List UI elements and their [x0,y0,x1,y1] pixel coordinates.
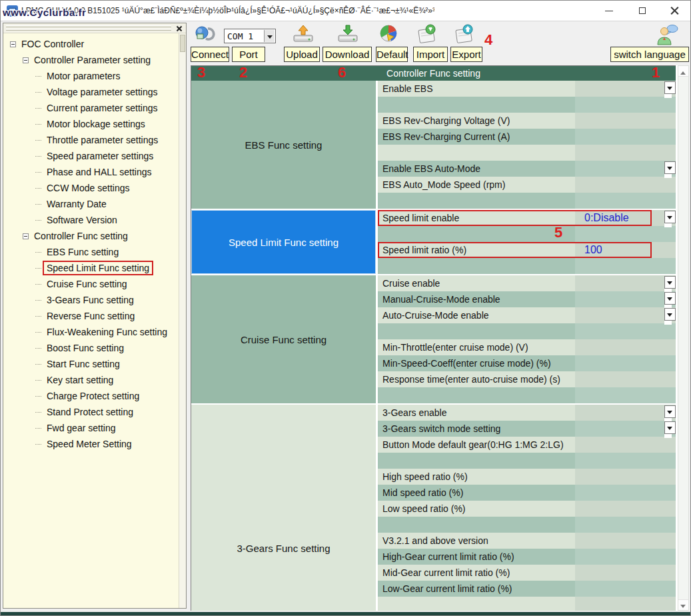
tree-item-start-func-setting[interactable]: Start Func setting [3,356,178,372]
scroll-down-icon[interactable] [678,599,688,610]
pane-close-icon[interactable] [175,25,183,33]
tree-item-3-gears-func-setting[interactable]: 3-Gears Func setting [3,292,178,308]
dropdown-button[interactable] [664,405,676,418]
param-value-cell[interactable] [575,485,676,501]
tree-item-boost-func-setting[interactable]: Boost Func setting [3,340,178,356]
tree-branch-line [35,412,41,413]
vertical-scrollbar[interactable] [678,65,689,611]
dropdown-button[interactable] [664,211,676,223]
tree-item-ebs-func-setting[interactable]: EBS Func setting [3,244,178,260]
param-value-cell [575,517,676,533]
maximize-icon [639,7,646,14]
param-value-cell[interactable] [575,501,676,517]
param-value-cell[interactable]: 0:Disable [575,210,676,226]
pane-grip[interactable] [6,25,171,27]
tree-collapse-icon[interactable] [10,41,16,47]
dropdown-button[interactable] [664,308,676,321]
tree-scrollbar[interactable] [179,33,186,608]
scroll-up-icon[interactable] [678,66,688,77]
tree-item-motor-parameters[interactable]: Motor parameters [3,68,178,84]
tree-item-ccw-mode-settings[interactable]: CCW Mode settings [3,180,178,196]
tree-item-reverse-func-setting[interactable]: Reverse Func setting [3,308,178,324]
pane-grip[interactable] [6,29,171,31]
tree-item-warranty-date[interactable]: Warranty Date [3,196,178,212]
spacer-row [378,323,676,339]
param-value-cell[interactable]: 100 [575,242,676,258]
tree-item-throttle-parameter-settings[interactable]: Throttle parameter settings [3,132,178,148]
tree-collapse-icon[interactable] [23,233,29,239]
tree-item-speed-parameter-settings[interactable]: Speed parameter settings [3,148,178,164]
switch-language-button[interactable]: switch language [610,47,689,62]
param-value-cell[interactable] [575,339,676,355]
tree-item-fwd-gear-setting[interactable]: Fwd gear setting [3,420,178,436]
param-label [378,258,575,274]
close-button[interactable] [664,1,684,21]
section-category-3-gears-func-setting[interactable]: 3-Gears Func setting [191,405,376,611]
tree-item-current-parameter-settings[interactable]: Current parameter settings [3,100,178,116]
import-button[interactable]: Import [413,47,448,62]
section-category-speed-limit-func-setting[interactable]: Speed Limit Func setting [191,210,376,274]
tree-item-phase-and-hall-settings[interactable]: Phase and HALL settings [3,164,178,180]
connect-icon [195,24,216,45]
com-port-select[interactable]: COM 1 [224,29,276,43]
param-value-cell[interactable] [575,405,676,421]
param-value[interactable]: 0:Disable [575,212,629,224]
param-label: V3.2.1 and above version [378,533,575,549]
tree-item-cruise-func-setting[interactable]: Cruise Func setting [3,276,178,292]
tree-item-speed-meter-setting[interactable]: Speed Meter Setting [3,436,178,452]
param-value-cell[interactable] [575,469,676,485]
param-value-cell[interactable] [575,533,676,549]
spacer-row [378,193,676,209]
maximize-button[interactable] [632,1,652,21]
com-port-dropdown-icon[interactable] [264,30,275,42]
param-value-cell[interactable] [575,291,676,307]
param-value-cell[interactable] [575,129,676,145]
tree-item-software-version[interactable]: Software Version [3,212,178,228]
param-value-cell[interactable] [575,161,676,177]
param-value-cell[interactable] [575,371,676,387]
tree-item-controller-parameter-setting[interactable]: Controller Parameter setting [3,52,178,68]
tree-collapse-icon[interactable] [23,57,29,63]
tree-item-charge-protect-setting[interactable]: Charge Protect setting [3,388,178,404]
tree-item-voltage-parameter-settings[interactable]: Voltage parameter settings [3,84,178,100]
tree-item-stand-protect-setting[interactable]: Stand Protect setting [3,404,178,420]
minimize-button[interactable] [599,1,619,21]
tree-item-speed-limit-func-setting[interactable]: Speed Limit Func setting [3,260,178,276]
tree-item-motor-blockage-settings[interactable]: Motor blockage settings [3,116,178,132]
param-value-cell[interactable] [575,581,676,597]
tree-scrollbar-thumb[interactable] [180,35,185,52]
param-row-speed-limit-ratio: Speed limit ratio (%)100 [378,242,676,258]
tree-item-foc-controller[interactable]: FOC Controller [3,36,178,52]
tree-item-flux-weakening-func-setting[interactable]: Flux-Weakening Func setting [3,324,178,340]
param-value-cell[interactable] [575,177,676,193]
param-value-cell [575,226,676,242]
param-value[interactable]: 100 [575,244,602,256]
param-row-ebs-auto-mode-speed-rpm: EBS Auto_Mode Speed (rpm) [378,177,676,193]
section-category-cruise-func-setting[interactable]: Cruise Func setting [191,275,376,403]
default-button[interactable]: Default [376,47,408,62]
tree-item-label: Controller Parameter setting [32,55,153,65]
dropdown-button[interactable] [664,161,676,174]
param-value-cell[interactable] [575,355,676,371]
download-button[interactable]: Download [323,47,372,62]
tree-item-controller-func-setting[interactable]: Controller Func setting [3,228,178,244]
param-value-cell[interactable] [575,113,676,129]
section-category-ebs-func-setting[interactable]: EBS Func setting [191,81,376,209]
dropdown-button[interactable] [664,81,676,94]
upload-button[interactable]: Upload [284,47,320,62]
dropdown-button[interactable] [664,421,676,434]
export-button[interactable]: Export [450,47,482,62]
dropdown-button[interactable] [664,292,676,305]
param-value-cell[interactable] [575,565,676,581]
connect-button[interactable]: Connect [191,47,229,62]
param-value-cell[interactable] [575,437,676,453]
tree-item-key-start-setting[interactable]: Key start setting [3,372,178,388]
param-value-cell[interactable] [575,421,676,437]
dropdown-button[interactable] [664,276,676,289]
param-value-cell[interactable] [575,307,676,323]
param-value-cell[interactable] [575,275,676,291]
tree-item-label: Motor blockage settings [45,119,147,129]
param-value-cell[interactable] [575,81,676,97]
param-value-cell[interactable] [575,549,676,565]
port-button[interactable]: Port [232,47,265,62]
